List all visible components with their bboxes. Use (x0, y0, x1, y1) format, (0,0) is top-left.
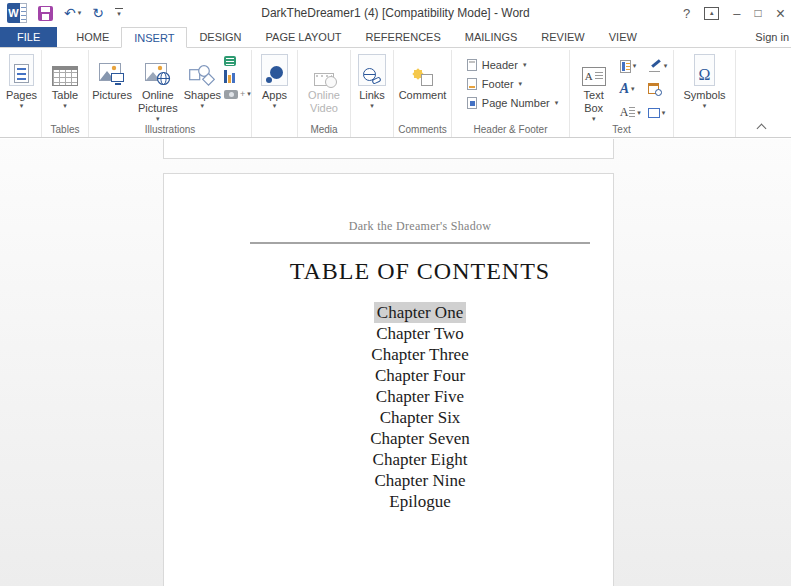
chevron-down-icon: ▾ (592, 115, 596, 123)
table-button[interactable]: Table ▾ (49, 52, 81, 123)
chart-button[interactable] (224, 70, 251, 83)
ribbon-display-options-button[interactable]: ▴ (704, 7, 719, 20)
toc-title[interactable]: TABLE OF CONTENTS (228, 258, 612, 285)
page-number-label: Page Number (482, 97, 550, 109)
online-video-button: Online Video (300, 52, 348, 123)
footer-button[interactable]: Footer ▾ (467, 75, 558, 93)
pictures-label: Pictures (92, 89, 132, 102)
chapter-entry[interactable]: Chapter Nine (228, 470, 612, 491)
tab-page-layout[interactable]: PAGE LAYOUT (254, 27, 354, 47)
shapes-label: Shapes (184, 89, 221, 102)
maximize-button[interactable]: □ (754, 7, 761, 20)
save-button[interactable] (38, 6, 53, 21)
links-icon (358, 54, 386, 86)
chapter-entry[interactable]: Chapter Seven (228, 428, 612, 449)
online-pictures-button[interactable]: Online Pictures ▾ (135, 52, 181, 123)
pages-label: Pages (6, 89, 37, 102)
comment-button[interactable]: Comment (396, 52, 450, 123)
tab-mailings[interactable]: MAILINGS (453, 27, 530, 47)
text-box-icon: A (582, 54, 606, 86)
pictures-button[interactable]: Pictures (89, 52, 135, 123)
tab-file[interactable]: FILE (0, 27, 57, 47)
close-button[interactable]: × (776, 7, 785, 20)
tab-references[interactable]: REFERENCES (354, 27, 453, 47)
chevron-down-icon: ▾ (20, 102, 24, 110)
qat-menu-bar (115, 8, 123, 9)
quick-parts-button[interactable]: ▾ (620, 59, 641, 73)
group-tables: Table ▾ Tables (42, 50, 89, 137)
pages-button[interactable]: Pages ▾ (3, 52, 40, 123)
minimize-button[interactable]: – (733, 7, 740, 20)
omega-glyph: Ω (699, 67, 711, 83)
signature-line-button[interactable]: ▾ (648, 59, 668, 73)
chapter-entry[interactable]: Chapter Five (228, 386, 612, 407)
chevron-down-icon: ▾ (631, 85, 635, 93)
drop-cap-button[interactable]: A ▾ (620, 106, 641, 120)
group-pages: Pages ▾ (2, 50, 42, 137)
wordart-icon: A (620, 82, 629, 96)
group-label-illustrations: Illustrations (89, 124, 251, 135)
chapter-entry[interactable]: Chapter Three (228, 344, 612, 365)
group-media: Online Video Media (298, 50, 351, 137)
chapter-entry-selected[interactable]: Chapter One (228, 302, 612, 323)
screenshot-icon (224, 90, 238, 99)
tab-home[interactable]: HOME (64, 27, 121, 47)
chevron-down-icon: ▾ (555, 99, 559, 107)
links-button[interactable]: Links ▾ (355, 52, 389, 123)
chevron-down-icon: ▾ (633, 62, 637, 70)
redo-button[interactable]: ↻ (92, 6, 104, 20)
online-video-icon (314, 54, 334, 86)
tab-design[interactable]: DESIGN (187, 27, 253, 47)
text-box-button[interactable]: A Text Box ▾ (576, 52, 612, 123)
chapter-entry[interactable]: Chapter Four (228, 365, 612, 386)
table-label: Table (52, 89, 78, 102)
word-logo-letter: W (7, 3, 20, 23)
chevron-down-icon: ▾ (156, 115, 160, 123)
chapter-entry[interactable]: Chapter Eight (228, 449, 612, 470)
chevron-down-icon: ▾ (370, 102, 374, 110)
apps-button[interactable]: Apps ▾ (258, 52, 291, 123)
chapter-entry[interactable]: Epilogue (228, 491, 612, 512)
word-logo-icon[interactable]: W (7, 3, 27, 23)
header-label: Header (482, 59, 518, 71)
smartart-button[interactable] (224, 56, 236, 66)
chapter-entry[interactable]: Chapter Six (228, 407, 612, 428)
text-box-label: Text Box (579, 89, 609, 115)
help-button[interactable]: ? (683, 7, 690, 20)
document-page[interactable]: Dark the Dreamer's Shadow TABLE OF CONTE… (163, 173, 614, 586)
document-canvas[interactable]: Dark the Dreamer's Shadow TABLE OF CONTE… (0, 139, 791, 586)
word-logo-page (20, 3, 27, 23)
footer-icon (467, 78, 477, 90)
wordart-button[interactable]: A ▾ (620, 82, 641, 96)
table-icon (52, 54, 78, 86)
apps-label: Apps (262, 89, 287, 102)
group-label-tables: Tables (42, 124, 88, 135)
date-time-icon (648, 83, 662, 96)
shapes-button[interactable]: Shapes ▾ (181, 52, 224, 123)
customize-qat-button[interactable]: ▾ (115, 8, 123, 18)
date-time-button[interactable] (648, 82, 668, 96)
tab-review[interactable]: REVIEW (529, 27, 596, 47)
symbols-button[interactable]: Ω Symbols ▾ (680, 52, 728, 123)
chevron-down-icon: ▾ (523, 61, 527, 69)
chevron-down-icon: ▾ (273, 102, 277, 110)
sign-in-link[interactable]: Sign in (755, 31, 789, 43)
undo-button[interactable]: ↶ ▾ (64, 6, 81, 20)
tab-view[interactable]: VIEW (597, 27, 649, 47)
collapse-ribbon-button[interactable] (757, 123, 767, 131)
running-header[interactable]: Dark the Dreamer's Shadow (228, 219, 612, 234)
tab-insert[interactable]: INSERT (121, 27, 187, 48)
chevron-down-icon: ▾ (703, 102, 707, 110)
header-button[interactable]: Header ▾ (467, 56, 558, 74)
online-video-label: Online Video (303, 89, 345, 115)
previous-page-bottom[interactable] (163, 139, 614, 159)
comment-label: Comment (399, 89, 447, 102)
chapter-entry[interactable]: Chapter Two (228, 323, 612, 344)
page-number-button[interactable]: Page Number ▾ (467, 94, 558, 112)
screenshot-button[interactable]: + ▾ (224, 87, 251, 101)
drop-cap-icon: A (620, 107, 636, 118)
symbols-label: Symbols (683, 89, 725, 102)
group-text: A Text Box ▾ ▾ ▾ A ▾ (570, 50, 674, 137)
title-bar: W ↶ ▾ ↻ ▾ DarkTheDreamer1 (4) [Compatibi… (0, 0, 791, 27)
object-button[interactable]: ▾ (648, 106, 668, 120)
